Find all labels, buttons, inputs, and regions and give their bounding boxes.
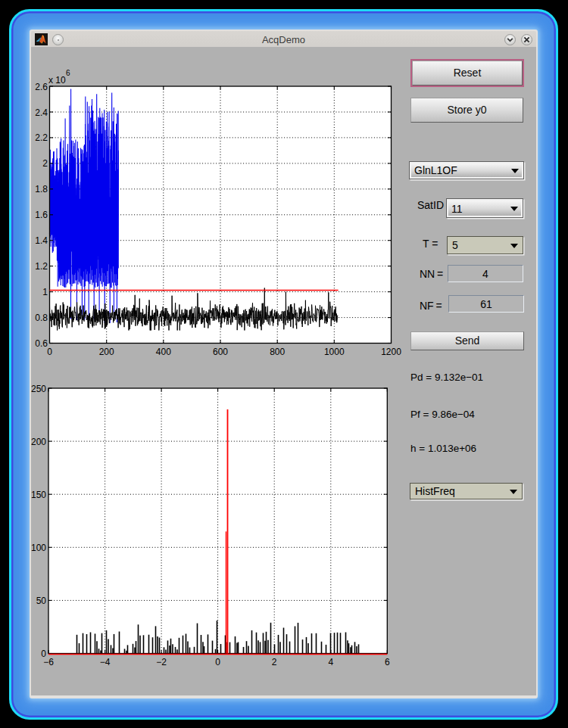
svg-text:800: 800 [270,347,285,357]
svg-text:0: 0 [47,347,52,357]
svg-text:0.6: 0.6 [35,338,48,349]
svg-text:200: 200 [31,437,46,447]
svg-text:2.2: 2.2 [35,132,48,143]
svg-text:1.6: 1.6 [35,210,48,220]
svg-text:2: 2 [272,657,277,667]
svg-text:6: 6 [385,657,390,667]
svg-text:1.4: 1.4 [35,235,48,246]
svg-text:1200: 1200 [381,347,401,357]
svg-text:−6: −6 [43,657,54,667]
svg-text:400: 400 [156,347,171,357]
svg-text:2.6: 2.6 [35,82,48,92]
svg-text:150: 150 [31,490,46,500]
svg-text:0: 0 [215,657,220,667]
svg-text:1: 1 [42,287,48,297]
svg-text:50: 50 [36,596,47,606]
svg-text:600: 600 [213,347,228,357]
svg-text:200: 200 [99,347,114,357]
svg-text:−2: −2 [156,657,167,667]
svg-text:6: 6 [66,69,70,77]
svg-text:x 10: x 10 [48,75,66,86]
svg-text:0.8: 0.8 [35,313,48,323]
svg-text:100: 100 [31,543,46,553]
svg-text:1.8: 1.8 [35,184,48,194]
svg-text:1.2: 1.2 [35,261,48,272]
svg-text:1000: 1000 [324,347,345,357]
svg-text:−4: −4 [100,657,111,667]
svg-text:4: 4 [328,657,333,667]
svg-text:2.4: 2.4 [35,107,48,118]
svg-text:2: 2 [42,158,48,169]
svg-text:250: 250 [31,384,46,394]
